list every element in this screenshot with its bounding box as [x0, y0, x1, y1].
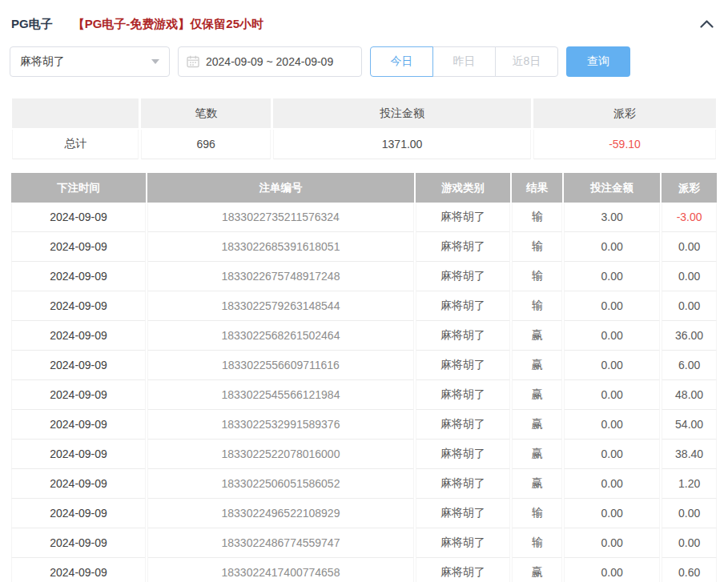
cell-result: 赢 [512, 558, 562, 582]
cell-game-type: 麻将胡了 [416, 528, 510, 558]
cell-bet-amount: 0.00 [564, 351, 660, 380]
cell-bet-id: 1833022506051586052 [147, 469, 414, 499]
col-bet-id: 注单编号 [147, 173, 414, 203]
cell-bet-time: 2024-09-09 [11, 499, 146, 528]
cell-bet-time: 2024-09-09 [11, 232, 146, 262]
table-row: 2024-09-09 1833022486774559747 麻将胡了 输 0.… [11, 528, 717, 558]
cell-bet-id: 1833022532991589376 [147, 410, 414, 440]
cell-result: 输 [512, 232, 562, 262]
cell-bet-amount: 0.00 [564, 232, 660, 262]
cell-game-type: 麻将胡了 [416, 499, 510, 528]
col-payout: 派彩 [662, 173, 717, 203]
cell-bet-id: 1833022545566121984 [147, 380, 414, 410]
cell-bet-time: 2024-09-09 [11, 262, 146, 291]
chevron-up-icon [700, 18, 714, 30]
cell-game-type: 麻将胡了 [416, 558, 510, 582]
cell-bet-time: 2024-09-09 [11, 558, 146, 582]
cell-bet-id: 1833022556609711616 [147, 351, 414, 380]
cell-bet-amount: 0.00 [564, 262, 660, 291]
cell-result: 输 [512, 203, 562, 232]
table-row: 2024-09-09 1833022496522108929 麻将胡了 输 0.… [11, 499, 717, 528]
date-range-input[interactable]: 2024-09-09 ~ 2024-09-09 [178, 46, 362, 77]
search-button[interactable]: 查询 [566, 46, 630, 77]
summary-header-row: 笔数 投注金额 派彩 [12, 98, 716, 128]
cell-game-type: 麻将胡了 [416, 232, 510, 262]
cell-bet-time: 2024-09-09 [11, 440, 146, 469]
cell-game-type: 麻将胡了 [416, 410, 510, 440]
table-row: 2024-09-09 1833022417400774658 麻将胡了 赢 0.… [11, 558, 717, 582]
cell-bet-id: 1833022675748917248 [147, 262, 414, 291]
col-bet-time: 下注时间 [11, 173, 146, 203]
records-tbody: 2024-09-09 1833022735211576324 麻将胡了 输 3.… [11, 203, 717, 582]
last8days-button[interactable]: 近8日 [495, 46, 558, 77]
cell-game-type: 麻将胡了 [416, 291, 510, 321]
game-select-value: 麻将胡了 [20, 54, 65, 69]
caret-down-icon [151, 59, 159, 64]
cell-bet-amount: 0.00 [564, 558, 660, 582]
cell-bet-id: 1833022486774559747 [147, 528, 414, 558]
cell-bet-id: 1833022568261502464 [147, 321, 414, 351]
records-header-row: 下注时间 注单编号 游戏类别 结果 投注金额 派彩 [11, 173, 717, 203]
cell-bet-amount: 0.00 [564, 380, 660, 410]
game-select[interactable]: 麻将胡了 [10, 46, 170, 77]
cell-bet-time: 2024-09-09 [11, 469, 146, 499]
panel-header: PG电子 【PG电子-免费游戏】仅保留25小时 [0, 0, 728, 36]
quick-filter-group: 今日 昨日 近8日 [370, 46, 558, 77]
cell-payout: 0.00 [662, 528, 717, 558]
notice-text: 【PG电子-免费游戏】仅保留25小时 [73, 17, 263, 32]
cell-result: 输 [512, 262, 562, 291]
cell-game-type: 麻将胡了 [416, 321, 510, 351]
table-row: 2024-09-09 1833022568261502464 麻将胡了 赢 0.… [11, 321, 717, 351]
cell-bet-time: 2024-09-09 [11, 291, 146, 321]
cell-bet-id: 1833022579263148544 [147, 291, 414, 321]
cell-game-type: 麻将胡了 [416, 262, 510, 291]
cell-payout: 38.40 [662, 440, 717, 469]
cell-payout: 0.00 [662, 262, 717, 291]
cell-result: 输 [512, 499, 562, 528]
cell-payout: 6.00 [662, 351, 717, 380]
cell-bet-amount: 0.00 [564, 440, 660, 469]
cell-bet-id: 1833022685391618051 [147, 232, 414, 262]
table-row: 2024-09-09 1833022675748917248 麻将胡了 输 0.… [11, 262, 717, 291]
cell-payout: 0.00 [662, 499, 717, 528]
cell-result: 赢 [512, 351, 562, 380]
cell-payout: 54.00 [662, 410, 717, 440]
cell-bet-id: 1833022496522108929 [147, 499, 414, 528]
cell-result: 赢 [512, 440, 562, 469]
cell-payout: 36.00 [662, 321, 717, 351]
table-row: 2024-09-09 1833022735211576324 麻将胡了 输 3.… [11, 203, 717, 232]
today-button[interactable]: 今日 [370, 46, 433, 77]
collapse-button[interactable] [698, 18, 715, 30]
calendar-icon [187, 55, 199, 68]
cell-bet-amount: 0.00 [564, 321, 660, 351]
cell-bet-time: 2024-09-09 [11, 351, 146, 380]
summary-col-empty [12, 98, 139, 128]
cell-payout: 0.00 [662, 232, 717, 262]
cell-bet-amount: 0.00 [564, 410, 660, 440]
date-range-value: 2024-09-09 ~ 2024-09-09 [206, 55, 333, 68]
summary-col-bet-amount: 投注金额 [273, 98, 531, 128]
table-row: 2024-09-09 1833022532991589376 麻将胡了 赢 0.… [11, 410, 717, 440]
cell-result: 赢 [512, 380, 562, 410]
col-result: 结果 [512, 173, 562, 203]
page-title: PG电子 [11, 17, 53, 32]
col-game-type: 游戏类别 [416, 173, 510, 203]
filter-bar: 麻将胡了 2024-09-09 ~ 2024-09-09 今日 昨日 近8日 查… [10, 46, 718, 77]
cell-bet-amount: 3.00 [564, 203, 660, 232]
cell-result: 输 [512, 291, 562, 321]
cell-payout: 0.00 [662, 291, 717, 321]
cell-payout: 1.20 [662, 469, 717, 499]
cell-bet-id: 1833022735211576324 [147, 203, 414, 232]
table-row: 2024-09-09 1833022506051586052 麻将胡了 赢 0.… [11, 469, 717, 499]
summary-col-payout: 派彩 [533, 98, 716, 128]
cell-result: 赢 [512, 469, 562, 499]
cell-game-type: 麻将胡了 [416, 380, 510, 410]
cell-bet-time: 2024-09-09 [11, 410, 146, 440]
cell-bet-time: 2024-09-09 [11, 380, 146, 410]
summary-table: 笔数 投注金额 派彩 总计 696 1371.00 -59.10 [10, 97, 718, 161]
cell-bet-amount: 0.00 [564, 528, 660, 558]
summary-total-count: 696 [141, 130, 271, 159]
table-row: 2024-09-09 1833022556609711616 麻将胡了 赢 0.… [11, 351, 717, 380]
yesterday-button[interactable]: 昨日 [432, 46, 496, 77]
table-row: 2024-09-09 1833022545566121984 麻将胡了 赢 0.… [11, 380, 717, 410]
